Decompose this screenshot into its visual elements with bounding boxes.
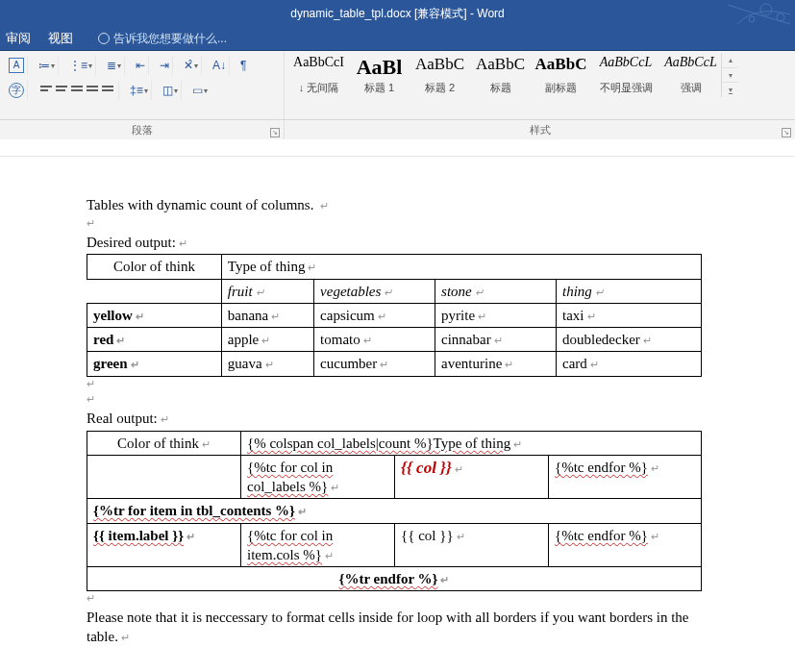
style-heading2[interactable]: AaBbC 标题 2 [410,53,470,97]
para-mark: ↵ [87,591,728,606]
tc-for-cols: {%tc for col in item.cols %}↵ [241,523,395,567]
svg-point-2 [749,16,755,22]
title-decor [660,0,795,27]
style-heading1[interactable]: AaBl 标题 1 [349,53,410,97]
page: Tables with dynamic count of columns. ↵ … [27,164,785,672]
asian-layout-button[interactable]: ✕̂▾ [181,56,202,75]
table-row: {%tc for col in col_labels %}↵ {{ col }}… [87,455,702,499]
styles-scroll: ▴ ▾ ▾̲ [721,53,738,97]
sub-fruit: fruit↵ [221,279,313,303]
tab-review[interactable]: 审阅 [6,30,31,47]
row-label: green↵ [87,352,222,376]
char-box-button[interactable]: 字 [6,81,28,100]
desired-h1: Color of think [87,255,222,279]
increase-indent-button[interactable]: ⇥ [157,56,173,75]
table-row: {%tr endfor %}↵ [87,567,702,591]
tell-me[interactable]: 告诉我您想要做什么... [98,31,227,47]
align-justify-button[interactable] [86,85,99,96]
styles-dialog-launcher[interactable]: ↘ [782,128,791,137]
line-spacing-button[interactable]: ‡≡▾ [127,81,152,100]
ruler[interactable] [0,139,795,157]
style-subtle-emphasis[interactable]: AaBbCcL 不明显强调 [591,53,660,97]
tell-me-text: 告诉我您想要做什么... [113,31,227,47]
title-bar: dynamic_table_tpl.docx [兼容模式] - Word [0,0,795,27]
para-mark: ↵ [87,377,728,391]
table-row: red↵ apple↵ tomato↵ cinnabar↵ doubledeck… [87,328,702,352]
decrease-indent-button[interactable]: ⇤ [133,56,149,75]
tr-endfor: {%tr endfor %}↵ [87,567,702,591]
style-emphasis[interactable]: AaBbCcL 强调 [660,53,721,97]
style-subtitle[interactable]: AaBbC 副标题 [531,53,591,97]
shading-button[interactable]: ◫▾ [160,81,182,100]
bulb-icon [98,33,110,44]
document-area[interactable]: Tables with dynamic count of columns. ↵ … [0,157,795,672]
bullets-button[interactable]: ≔▾ [36,56,59,75]
ribbon-tabs: 审阅 视图 告诉我您想要做什么... [0,27,795,51]
styles-gallery: AaBbCcI ↓ 无间隔 AaBl 标题 1 AaBbC 标题 2 AaBbC… [285,51,795,97]
table-row: yellow↵ banana↵ capsicum↵ pyrite↵ taxi↵ [87,303,702,327]
font-box-button[interactable]: A [6,56,28,75]
real-h2: {% colspan col_labels|count %}Type of th… [241,431,702,455]
desired-h2: Type of thing↵ [221,255,701,279]
styles-group: AaBbCcI ↓ 无间隔 AaBl 标题 1 AaBbC 标题 2 AaBbC… [285,51,795,119]
note: Please note that it is neccessary to for… [87,608,728,647]
svg-point-0 [760,4,772,15]
align-distribute-button[interactable] [101,85,114,96]
tc-for: {%tc for col in col_labels %}↵ [241,455,395,499]
group-labels: 段落 ↘ 样式 ↘ [0,120,795,139]
sub-thing: thing↵ [557,279,702,303]
para-mark: ↵ [87,216,728,231]
ribbon: A ≔▾ ⋮≡▾ ≣▾ ⇤ ⇥ ✕̂▾ A↓ ¶ 字 ‡≡▾ ◫▾ ▭▾ [0,51,795,120]
tc-endfor-cols: {%tc endfor %}↵ [549,523,702,567]
styles-scroll-down[interactable]: ▾ [722,68,738,84]
align-left-button[interactable] [39,85,53,96]
para-mark: ↵ [87,392,728,407]
style-no-spacing[interactable]: AaBbCcI ↓ 无间隔 [288,53,349,97]
row-label: red↵ [87,328,222,352]
title-text: dynamic_table_tpl.docx [兼容模式] - Word [290,6,505,22]
align-center-button[interactable] [55,85,68,96]
row-label: yellow↵ [87,303,222,327]
table-row: fruit↵ vegetables↵ stone↵ thing↵ [87,279,702,303]
table-row: green↵ guava↵ cucumber↵ aventurine↵ card… [87,352,702,376]
paragraph-dialog-launcher[interactable]: ↘ [270,128,280,137]
item-label: {{ item.label }}↵ [87,523,241,567]
real-table: Color of think↵ {% colspan col_labels|co… [87,431,702,592]
desired-label: Desired output:↵ [87,233,728,252]
styles-scroll-more[interactable]: ▾̲ [722,83,738,97]
styles-label: 样式 ↘ [285,120,795,139]
table-row: {{ item.label }}↵ {%tc for col in item.c… [87,523,702,567]
paragraph-label: 段落 ↘ [0,120,285,139]
style-title[interactable]: AaBbC 标题 [470,53,531,97]
paragraph-group: A ≔▾ ⋮≡▾ ≣▾ ⇤ ⇥ ✕̂▾ A↓ ¶ 字 ‡≡▾ ◫▾ ▭▾ [0,51,285,119]
table-row: Color of think↵ {% colspan col_labels|co… [87,431,702,455]
styles-scroll-up[interactable]: ▴ [722,53,738,68]
borders-button[interactable]: ▭▾ [189,81,211,100]
table-row: Color of think Type of thing↵ [87,255,702,279]
sub-stone: stone↵ [435,279,557,303]
show-marks-button[interactable]: ¶ [237,56,249,75]
col-placeholder: {{ col }}↵ [395,455,549,499]
multilevel-button[interactable]: ≣▾ [104,56,125,75]
align-buttons[interactable] [36,81,119,100]
tr-for: {%tr for item in tbl_contents %}↵ [87,499,702,523]
sort-button[interactable]: A↓ [210,56,230,75]
align-right-button[interactable] [70,85,84,96]
sub-vegetables: vegetables↵ [314,279,435,303]
tc-endfor: {%tc endfor %}↵ [549,455,702,499]
numbering-button[interactable]: ⋮≡▾ [66,56,96,75]
col-inner: {{ col }}↵ [395,523,549,567]
tab-view[interactable]: 视图 [48,30,73,47]
real-label: Real output:↵ [87,409,728,428]
table-row: {%tr for item in tbl_contents %}↵ [87,499,702,523]
real-h1: Color of think↵ [87,431,241,455]
intro-line: Tables with dynamic count of columns. ↵ [87,195,728,214]
desired-table: Color of think Type of thing↵ fruit↵ veg… [87,254,702,376]
